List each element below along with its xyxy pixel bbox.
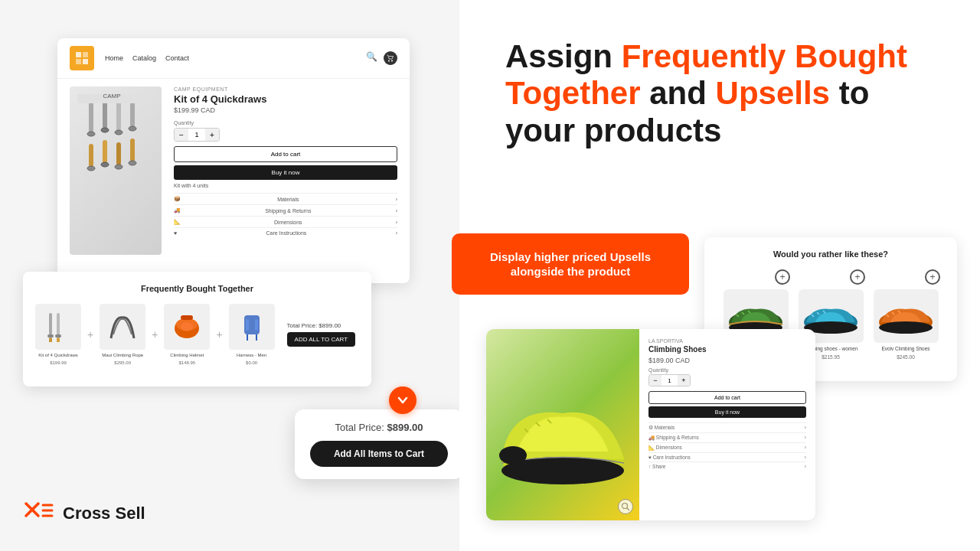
chevron-right-icon: › (805, 464, 806, 469)
fbt-add-all-btn[interactable]: ADD ALL TO CART (287, 332, 356, 347)
quantity-label: Quantity (174, 120, 397, 126)
upsell-card-title: Would you rather like these? (717, 249, 945, 259)
svg-point-21 (129, 161, 136, 165)
pd-acc-materials[interactable]: ⚙ Materials › (648, 422, 806, 432)
fbt-product-img-3 (164, 304, 210, 350)
fbt-product-name-4: Harness - Men (237, 353, 266, 357)
fbt-product-price-2: $295.00 (114, 360, 131, 365)
svg-rect-20 (130, 139, 135, 161)
pd-name: Climbing Shoes (648, 345, 806, 354)
upsell-product-name-3: Evolv Climbing Shoes (881, 346, 929, 351)
svg-point-42 (879, 321, 933, 334)
add-to-cart-button[interactable]: Add to cart (174, 146, 397, 162)
care-icon: ♥ (174, 230, 177, 236)
total-price-amount: $899.00 (387, 422, 423, 433)
left-panel: Home Catalog Contact 🔍 (0, 0, 459, 551)
svg-point-13 (101, 162, 109, 167)
pd-qty-decrease[interactable]: − (649, 375, 662, 386)
fbt-product-3: Climbing Helmet $148.95 (164, 304, 210, 365)
buy-now-button[interactable]: Buy it now (174, 165, 397, 180)
qty-decrease-btn[interactable]: − (175, 129, 188, 141)
shop-nav-icons: 🔍 (366, 51, 397, 65)
fbt-products-row: Kit of 4 Quickdraws $199.99 + Maui Climb… (35, 304, 359, 365)
cross-sell-icon (23, 497, 55, 530)
fbt-plus-3: + (216, 328, 222, 341)
upsell-img-3 (874, 289, 939, 343)
pd-price: $189.00 CAD (648, 357, 806, 364)
product-price: $199.99 CAD (174, 106, 397, 114)
svg-point-17 (115, 165, 122, 169)
svg-rect-14 (116, 100, 121, 131)
upsell-add-btn-1[interactable]: + (775, 269, 790, 285)
svg-rect-6 (89, 102, 93, 132)
shop-nav-links: Home Catalog Contact (105, 54, 189, 62)
headline: Assign Frequently Bought Together and Up… (505, 38, 942, 149)
pd-qty-val: 1 (662, 377, 678, 384)
svg-text:CAMP: CAMP (103, 94, 120, 99)
fbt-product-img-4 (229, 304, 275, 350)
fbt-product-price-4: $0.00 (246, 360, 257, 365)
svg-rect-35 (246, 319, 249, 331)
product-brand: CAMP EQUIPMENT (174, 86, 397, 92)
fbt-product-name-3: Climbing Helmet (170, 353, 204, 357)
accordion-materials[interactable]: 📦 Materials › (174, 193, 397, 204)
fbt-plus-1: + (87, 328, 93, 341)
magnifier-icon[interactable] (618, 499, 633, 514)
accordion-dimensions[interactable]: 📐 Dimensions › (174, 216, 397, 227)
pd-acc-share[interactable]: ↑ Share › (648, 461, 806, 471)
kit-units-text: Kit with 4 units (174, 183, 397, 188)
svg-point-7 (87, 132, 95, 136)
svg-rect-27 (57, 313, 60, 334)
upsell-banner-text: Display higher priced Upsells alongside … (467, 249, 674, 279)
nav-contact[interactable]: Contact (165, 54, 189, 62)
shipping-icon: 🚚 (174, 207, 181, 214)
pd-acc-dimensions[interactable]: 📐 Dimensions › (648, 442, 806, 452)
chevron-icon: › (396, 230, 397, 236)
pd-qty-increase[interactable]: + (678, 375, 690, 386)
accordion-care[interactable]: ♥ Care Instructions › (174, 227, 397, 238)
fbt-card: Frequently Bought Together Kit of 4 Quic… (23, 272, 371, 386)
upsell-add-btn-2[interactable]: + (850, 269, 865, 285)
brand-logo: Cross Sell (23, 497, 145, 530)
shop-nav: Home Catalog Contact 🔍 (57, 38, 410, 79)
shop-content: CAMP CAMP EQUIPMENT Kit of 4 Quickdraws … (57, 79, 410, 262)
pd-acc-shipping[interactable]: 🚚 Shipping & Returns › (648, 432, 806, 442)
chevron-right-icon: › (805, 425, 806, 431)
accordion-list: 📦 Materials › 🚚 Shipping & Returns › 📐 D… (174, 193, 397, 238)
total-price-card: Total Price: $899.00 Add All Items to Ca… (295, 409, 463, 479)
svg-point-33 (181, 322, 193, 331)
shop-logo-icon (70, 46, 94, 70)
materials-icon: 📦 (174, 196, 181, 202)
pd-buy-now-btn[interactable]: Buy it now (648, 406, 806, 418)
svg-rect-29 (57, 337, 60, 342)
pd-add-cart-btn[interactable]: Add to cart (648, 391, 806, 404)
add-all-items-button[interactable]: Add All Items to Cart (310, 441, 448, 467)
total-price-label: Total Price: $899.00 (310, 422, 448, 433)
qty-increase-btn[interactable]: + (205, 129, 219, 141)
nav-home[interactable]: Home (105, 54, 123, 62)
pd-qty-control[interactable]: − 1 + (648, 374, 691, 386)
chevron-icon: › (396, 208, 397, 214)
qty-value: 1 (188, 131, 205, 139)
svg-rect-1 (83, 52, 88, 57)
svg-rect-24 (49, 313, 52, 334)
search-icon[interactable]: 🔍 (366, 51, 377, 65)
product-name: Kit of 4 Quickdraws (174, 93, 397, 105)
chevron-right-icon: › (805, 445, 806, 451)
pd-acc-care[interactable]: ♥ Care Instructions › (648, 452, 806, 461)
upsell-product-3: + Evolv Climbing Shoes $245.00 (871, 269, 940, 360)
chevron-down-circle[interactable] (389, 386, 416, 414)
fbt-inline-total: Total Price: $899.00 (287, 322, 341, 329)
accordion-shipping[interactable]: 🚚 Shipping & Returns › (174, 204, 397, 216)
product-detail-card: LA SPORTIVA Climbing Shoes $189.00 CAD Q… (486, 329, 815, 520)
svg-rect-2 (76, 59, 81, 64)
svg-point-19 (129, 126, 136, 131)
upsell-add-btn-3[interactable]: + (925, 269, 940, 285)
nav-catalog[interactable]: Catalog (132, 54, 156, 62)
svg-point-15 (115, 130, 122, 135)
fbt-product-4: Harness - Men $0.00 (229, 304, 275, 365)
svg-point-45 (499, 446, 527, 465)
quantity-control[interactable]: − 1 + (174, 128, 220, 142)
fbt-product-img-1 (35, 304, 81, 350)
cart-icon[interactable] (384, 51, 397, 65)
